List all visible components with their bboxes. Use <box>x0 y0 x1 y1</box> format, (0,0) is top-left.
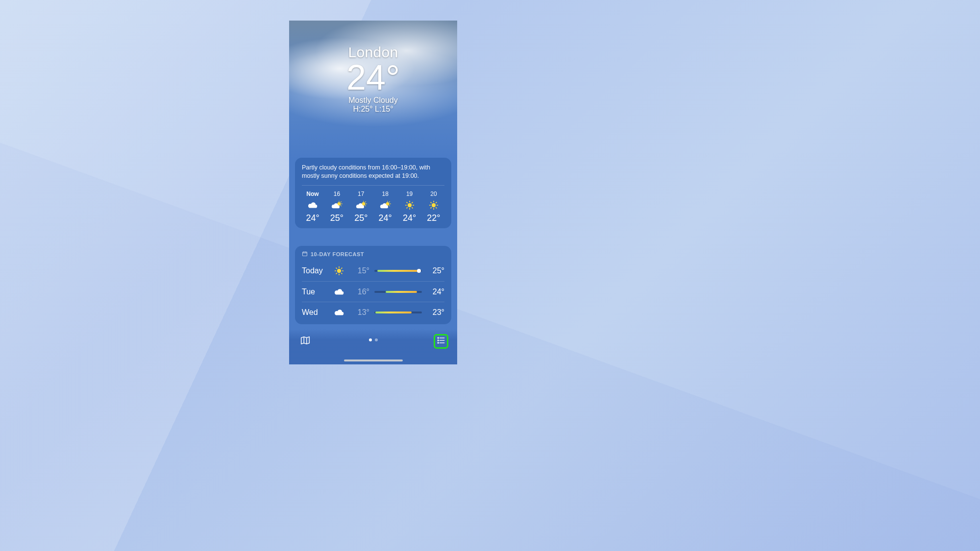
svg-point-9 <box>438 342 439 343</box>
svg-point-3 <box>407 203 411 207</box>
hour-label: Now <box>306 191 318 197</box>
page-dots[interactable] <box>369 338 378 341</box>
daily-row[interactable]: Today15°25° <box>302 261 444 281</box>
day-low: 15° <box>348 266 369 275</box>
hour-label: 20 <box>430 191 437 197</box>
map-icon <box>300 335 311 348</box>
cloud-icon <box>307 200 318 210</box>
hourly-summary: Partly cloudy conditions from 16:00–19:0… <box>302 164 444 186</box>
temp-range-bar <box>374 311 422 313</box>
hour-temp: 25° <box>330 213 343 223</box>
cloud-icon <box>332 288 346 296</box>
hour-label: 18 <box>382 191 388 197</box>
svg-point-4 <box>432 203 436 207</box>
temp-range-bar <box>374 270 422 272</box>
high-low: H:25° L:15° <box>289 105 457 114</box>
weather-app-screen: London 24° Mostly Cloudy H:25° L:15° Par… <box>289 21 457 364</box>
sun-icon <box>429 200 439 210</box>
hourly-item[interactable]: 2022° <box>423 191 444 223</box>
day-label: Tue <box>302 287 332 296</box>
sun-icon <box>332 266 346 276</box>
partly-sunny-icon <box>379 200 391 210</box>
hour-label: 16 <box>334 191 340 197</box>
partly-sunny-icon <box>331 200 343 210</box>
home-indicator[interactable] <box>344 359 403 361</box>
hourly-item[interactable]: 1625° <box>326 191 347 223</box>
hour-temp: 24° <box>403 213 416 223</box>
hour-label: 19 <box>406 191 413 197</box>
current-temperature: 24° <box>289 60 457 95</box>
daily-row[interactable]: Wed13°23° <box>302 302 444 322</box>
daily-row[interactable]: Tue16°24° <box>302 281 444 302</box>
hourly-item[interactable]: Now24° <box>302 191 323 223</box>
day-label: Today <box>302 266 332 275</box>
hourly-row: Now24°1625°1725°1824°1924°2022° <box>302 186 444 223</box>
day-high: 23° <box>427 308 444 317</box>
daily-title: 10-DAY FORECAST <box>302 251 444 261</box>
current-condition: Mostly Cloudy <box>289 96 457 105</box>
svg-point-6 <box>337 269 341 273</box>
svg-point-8 <box>438 340 439 341</box>
daily-title-text: 10-DAY FORECAST <box>311 251 364 257</box>
day-low: 13° <box>348 308 369 317</box>
map-button[interactable] <box>298 334 313 349</box>
cloud-icon <box>332 309 346 316</box>
partly-sunny-icon <box>355 200 367 210</box>
hour-temp: 22° <box>427 213 440 223</box>
sun-icon <box>405 200 415 210</box>
list-icon <box>436 335 446 347</box>
hourly-item[interactable]: 1924° <box>399 191 420 223</box>
day-high: 25° <box>427 266 444 275</box>
page-dot[interactable] <box>369 338 372 341</box>
calendar-icon <box>302 251 308 258</box>
current-conditions: London 24° Mostly Cloudy H:25° L:15° <box>289 44 457 114</box>
day-high: 24° <box>427 287 444 296</box>
hour-label: 17 <box>358 191 364 197</box>
hourly-item[interactable]: 1824° <box>374 191 396 223</box>
day-label: Wed <box>302 308 332 317</box>
hour-temp: 24° <box>379 213 392 223</box>
temp-range-bar <box>374 291 422 293</box>
hour-temp: 24° <box>306 213 319 223</box>
svg-rect-5 <box>303 252 307 256</box>
svg-point-7 <box>438 337 439 338</box>
page-dot[interactable] <box>375 338 378 341</box>
hourly-item[interactable]: 1725° <box>350 191 372 223</box>
daily-forecast-card[interactable]: 10-DAY FORECAST Today15°25°Tue16°24°Wed1… <box>295 246 451 324</box>
hourly-forecast-card[interactable]: Partly cloudy conditions from 16:00–19:0… <box>295 158 451 228</box>
locations-list-button[interactable] <box>434 334 448 349</box>
day-low: 16° <box>348 287 369 296</box>
hour-temp: 25° <box>354 213 368 223</box>
